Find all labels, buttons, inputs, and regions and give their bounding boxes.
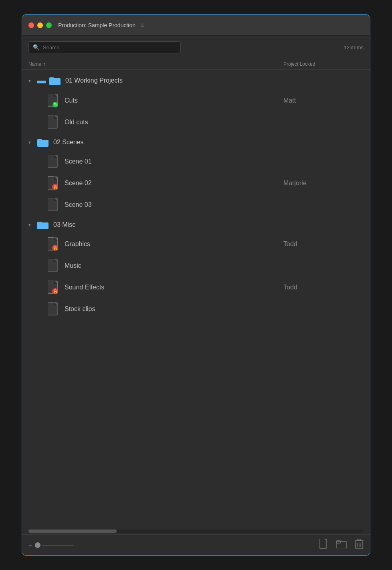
window-title: Production: Sample Production xyxy=(58,22,135,28)
list-item-sound-effects[interactable]: 🔒 Sound Effects Todd xyxy=(22,277,370,298)
svg-rect-44 xyxy=(336,542,347,548)
svg-text:🔒: 🔒 xyxy=(53,245,58,251)
group-items-scenes: Scene 01 🔒 Sce xyxy=(22,151,370,216)
zoom-line xyxy=(42,545,74,546)
group-label-misc: 03 Misc xyxy=(53,221,75,228)
search-input[interactable] xyxy=(43,44,176,51)
file-icon-music xyxy=(48,259,60,273)
file-icon-scene02: 🔒 xyxy=(48,176,60,190)
list-item-scene03[interactable]: Scene 03 xyxy=(22,194,370,216)
search-box[interactable]: 🔍 xyxy=(28,41,181,53)
svg-rect-48 xyxy=(358,539,361,541)
list-item-scene02[interactable]: 🔒 Scene 02 Marjorie xyxy=(22,172,370,194)
svg-text:✎: ✎ xyxy=(54,102,57,107)
scrollbar-thumb[interactable] xyxy=(28,530,117,533)
svg-rect-11 xyxy=(37,139,42,141)
svg-text:🔒: 🔒 xyxy=(53,184,58,190)
list-header: Name ↑ Project Locked xyxy=(22,59,370,70)
file-icon-old-cuts xyxy=(48,115,60,129)
item-name-scene01: Scene 01 xyxy=(65,158,279,165)
new-folder-button[interactable] xyxy=(336,540,347,550)
item-name-music: Music xyxy=(65,262,279,269)
file-icon-stock-clips xyxy=(48,302,60,316)
group-misc: ▾ 03 Misc 🔒 xyxy=(22,216,370,320)
item-locked-cuts: Matt xyxy=(283,97,364,104)
group-items-working-projects: ✎ Cuts Matt Old cuts xyxy=(22,90,370,133)
item-name-cuts: Cuts xyxy=(65,97,279,104)
zoom-dot xyxy=(35,542,40,548)
folder-icon: ▬ xyxy=(37,75,46,86)
group-label-working-projects: 01 Working Projects xyxy=(65,77,123,84)
group-scenes: ▾ 02 Scenes Scene xyxy=(22,134,370,216)
main-window: Production: Sample Production ≡ 🔍 12 ite… xyxy=(22,14,370,556)
svg-rect-1 xyxy=(49,77,54,80)
maximize-button[interactable] xyxy=(46,22,52,28)
file-icon-cuts: ✎ xyxy=(48,94,60,107)
close-button[interactable] xyxy=(28,22,34,28)
item-name-scene02: Scene 02 xyxy=(65,180,279,187)
new-file-button[interactable] xyxy=(319,539,328,551)
group-label-scenes: 02 Scenes xyxy=(53,139,84,146)
col-name-header[interactable]: Name ↑ xyxy=(28,61,283,67)
group-working-projects: ▾ ▬ 01 Working Projects xyxy=(22,71,370,133)
group-header-scenes[interactable]: ▾ 02 Scenes xyxy=(22,134,370,151)
chevron-icon: ▾ xyxy=(28,140,34,145)
chevron-icon: ▾ xyxy=(28,222,34,228)
group-header-working-projects[interactable]: ▾ ▬ 01 Working Projects xyxy=(22,71,370,90)
bottom-bar: − xyxy=(22,534,370,555)
item-name-sound-effects: Sound Effects xyxy=(65,284,279,291)
folder-svg-misc xyxy=(37,220,48,229)
svg-text:🔒: 🔒 xyxy=(53,289,58,294)
list-content: ▾ ▬ 01 Working Projects xyxy=(22,70,370,528)
list-item-cuts[interactable]: ✎ Cuts Matt xyxy=(22,90,370,111)
minimize-button[interactable] xyxy=(37,22,43,28)
traffic-lights xyxy=(28,22,52,28)
col-locked-header: Project Locked xyxy=(283,61,364,67)
item-locked-scene02: Marjorie xyxy=(283,180,364,187)
folder-svg-scenes xyxy=(37,138,48,147)
folder-svg xyxy=(49,76,61,85)
list-item-stock-clips[interactable]: Stock clips xyxy=(22,298,370,320)
list-item-music[interactable]: Music xyxy=(22,255,370,277)
item-name-graphics: Graphics xyxy=(65,241,279,248)
item-count: 12 items xyxy=(344,44,364,51)
list-item-graphics[interactable]: 🔒 Graphics Todd xyxy=(22,233,370,255)
file-icon-graphics: 🔒 xyxy=(48,237,60,251)
delete-button[interactable] xyxy=(355,539,364,551)
group-header-misc[interactable]: ▾ 03 Misc xyxy=(22,216,370,233)
scrollbar-area[interactable] xyxy=(28,530,364,533)
chevron-icon: ▾ xyxy=(28,78,34,83)
item-name-scene03: Scene 03 xyxy=(65,201,279,208)
search-icon: 🔍 xyxy=(33,44,40,51)
zoom-control: − xyxy=(28,542,74,548)
file-icon-scene03 xyxy=(48,198,60,212)
item-locked-graphics: Todd xyxy=(283,241,364,248)
zoom-slider[interactable] xyxy=(35,542,74,548)
list-item-scene01[interactable]: Scene 01 xyxy=(22,151,370,172)
bottom-icons xyxy=(319,539,364,551)
toolbar: 🔍 12 items xyxy=(22,36,370,59)
list-item-old-cuts[interactable]: Old cuts xyxy=(22,111,370,133)
titlebar: Production: Sample Production ≡ xyxy=(22,15,370,36)
item-locked-sound-effects: Todd xyxy=(283,284,364,291)
file-icon-sound-effects: 🔒 xyxy=(48,281,60,294)
svg-rect-45 xyxy=(336,541,341,543)
svg-rect-24 xyxy=(37,222,42,224)
menu-icon[interactable]: ≡ xyxy=(140,22,144,29)
file-icon-scene01 xyxy=(48,155,60,168)
item-name-stock-clips: Stock clips xyxy=(65,305,279,313)
group-items-misc: 🔒 Graphics Todd Music xyxy=(22,233,370,320)
zoom-minus: − xyxy=(28,542,32,548)
item-name-old-cuts: Old cuts xyxy=(65,119,279,126)
